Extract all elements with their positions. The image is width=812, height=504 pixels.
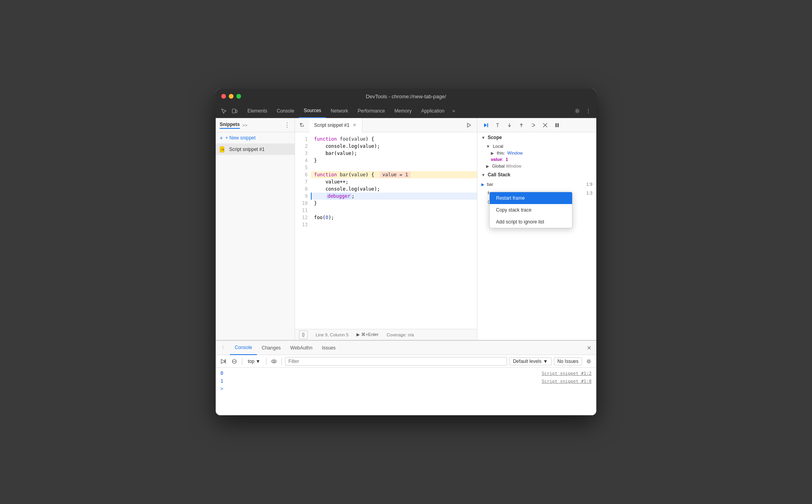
console-settings-button[interactable] — [584, 357, 593, 366]
tab-performance[interactable]: Performance — [353, 104, 390, 118]
step-into-button[interactable] — [504, 120, 515, 130]
call-stack-section-header[interactable]: ▼ Call Stack — [477, 170, 596, 180]
context-menu-add-to-ignore-list[interactable]: Add script to ignore list — [490, 216, 572, 228]
tab-elements[interactable]: Elements — [243, 104, 272, 118]
console-prompt-symbol: > — [220, 386, 223, 391]
sidebar-tab-snippets[interactable]: Snippets — [220, 122, 240, 129]
cursor-icon[interactable] — [219, 106, 228, 116]
svg-rect-7 — [487, 123, 488, 127]
console-value-1: 1 — [220, 378, 542, 384]
code-line-2: console.log(value); — [311, 143, 477, 150]
line-numbers: 1 2 3 4 5 6 7 8 9 10 11 12 13 — [295, 132, 311, 329]
this-expand-icon: ▶ — [491, 151, 494, 155]
code-line-4: } — [311, 157, 477, 164]
context-menu-restart-frame[interactable]: Restart frame — [490, 192, 572, 204]
right-content: ▼ Scope ▼ Local ▶ this: Window value: 1 — [477, 132, 596, 340]
minimize-button[interactable] — [229, 94, 234, 99]
global-expand-icon: ▶ — [486, 164, 489, 168]
editor-tab-close-button[interactable]: ✕ — [352, 122, 357, 128]
window-title: DevTools - chrome://new-tab-page/ — [366, 94, 446, 99]
local-header[interactable]: ▼ Local — [477, 143, 596, 150]
run-icon: ▶ — [356, 332, 360, 337]
devtools-nav: Elements Console Sources Network Perform… — [216, 104, 596, 118]
devtools-body: Snippets >> ⋮ + + New snippet JS Script … — [216, 118, 596, 340]
tab-application[interactable]: Application — [416, 104, 449, 118]
editor-status-bar: {} Line 9, Column 5 ▶ ⌘+Enter Coverage: … — [295, 329, 477, 340]
bottom-close-button[interactable]: ✕ — [585, 344, 593, 352]
close-button[interactable] — [221, 94, 226, 99]
more-tabs-button[interactable]: » — [449, 108, 458, 114]
console-filter-input[interactable] — [285, 357, 507, 366]
global-value: Window — [506, 164, 521, 168]
editor-back-button[interactable] — [297, 120, 308, 131]
code-line-13 — [311, 221, 477, 228]
console-levels-arrow: ▼ — [543, 359, 548, 364]
bottom-tabs: ⋮ Console Changes WebAuthn Issues ✕ — [216, 341, 596, 355]
deactivate-breakpoints-button[interactable] — [540, 120, 550, 130]
bottom-tab-issues[interactable]: Issues — [317, 341, 341, 355]
scope-label: Scope — [488, 135, 502, 140]
top-context-arrow: ▼ — [256, 359, 260, 364]
code-editor[interactable]: 1 2 3 4 5 6 7 8 9 10 11 12 13 function f… — [295, 132, 477, 329]
sidebar-more-button[interactable]: >> — [241, 122, 249, 129]
console-prompt[interactable]: > — [216, 385, 596, 392]
editor-tab-bar: Script snippet #1 ✕ — [295, 118, 477, 132]
maximize-button[interactable] — [236, 94, 241, 99]
svg-rect-1 — [236, 110, 237, 113]
scope-value-item: value: 1 — [477, 156, 596, 162]
format-button[interactable]: {} — [299, 330, 308, 339]
pause-on-exceptions-button[interactable] — [552, 120, 562, 130]
resume-button[interactable] — [481, 120, 491, 130]
call-stack-item-bar[interactable]: ▶ bar 1:9 — [477, 180, 596, 189]
sidebar-header: Snippets >> ⋮ — [216, 118, 295, 132]
run-snippet-button[interactable]: ▶ ⌘+Enter — [356, 332, 379, 337]
svg-rect-8 — [555, 123, 557, 127]
code-line-8: console.log(value); — [311, 185, 477, 193]
tab-memory[interactable]: Memory — [390, 104, 416, 118]
tab-network[interactable]: Network — [326, 104, 353, 118]
bottom-tab-changes[interactable]: Changes — [257, 341, 285, 355]
no-issues-button[interactable]: No Issues — [554, 357, 582, 365]
new-snippet-button[interactable]: + + New snippet — [216, 132, 295, 144]
console-source-1[interactable]: Script snippet #1:8 — [542, 379, 592, 384]
console-toolbar: top ▼ Default levels ▼ No Issues — [216, 355, 596, 368]
svg-point-16 — [588, 360, 590, 362]
call-stack-label: Call Stack — [488, 172, 510, 178]
svg-point-2 — [576, 110, 578, 112]
code-line-9: debugger; — [311, 193, 477, 200]
toolbar-divider-3 — [282, 358, 282, 365]
settings-icon[interactable] — [573, 106, 582, 116]
code-lines: function foo(value) { console.log(value)… — [311, 132, 477, 329]
step-over-button[interactable] — [492, 120, 503, 130]
bottom-tab-webauthn[interactable]: WebAuthn — [285, 341, 317, 355]
console-levels-selector[interactable]: Default levels ▼ — [509, 357, 552, 365]
call-stack-foo-loc: 1:3 — [586, 191, 592, 195]
step-button[interactable] — [528, 120, 538, 130]
device-icon[interactable] — [230, 106, 239, 116]
more-options-icon[interactable]: ⋮ — [584, 106, 593, 116]
show-live-expressions-button[interactable] — [270, 357, 278, 366]
bottom-kebab-button[interactable]: ⋮ — [219, 344, 227, 352]
scope-section-header[interactable]: ▼ Scope — [477, 132, 596, 143]
step-out-button[interactable] — [516, 120, 527, 130]
snippet-file-icon: JS — [220, 146, 226, 153]
top-context-selector[interactable]: top ▼ — [245, 358, 263, 365]
plus-icon: + — [220, 135, 223, 141]
clear-log-button[interactable] — [230, 357, 239, 366]
snippet-item[interactable]: JS Script snippet #1 — [216, 144, 295, 155]
editor-run-button[interactable] — [464, 120, 474, 130]
devtools-window: DevTools - chrome://new-tab-page/ Elemen… — [216, 89, 596, 415]
console-source-0[interactable]: Script snippet #1:2 — [542, 371, 592, 376]
global-header[interactable]: ▶ Global Window — [477, 162, 596, 170]
run-shortcut: ⌘+Enter — [361, 332, 379, 337]
bottom-tab-console[interactable]: Console — [230, 341, 257, 355]
scope-arrow: ▼ — [481, 136, 485, 140]
tab-console[interactable]: Console — [272, 104, 299, 118]
tab-sources[interactable]: Sources — [299, 104, 326, 118]
clear-console-button[interactable] — [219, 357, 228, 366]
call-stack-arrow: ▼ — [481, 173, 485, 177]
sidebar-kebab-menu[interactable]: ⋮ — [283, 122, 291, 129]
devtools-icon-group — [219, 106, 239, 116]
context-menu-copy-stack-trace[interactable]: Copy stack trace — [490, 204, 572, 216]
editor-file-tab[interactable]: Script snippet #1 ✕ — [309, 118, 362, 132]
